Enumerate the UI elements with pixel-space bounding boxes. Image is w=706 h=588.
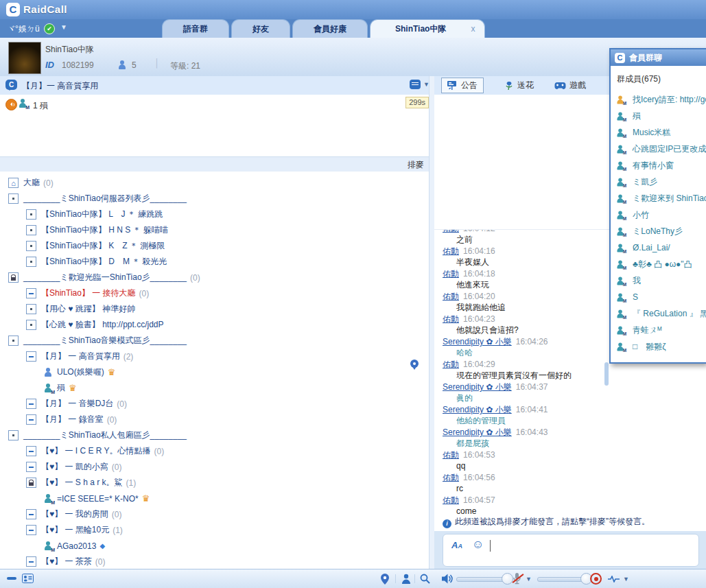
tree-row[interactable]: ________ミShinTiao伺服器列表彡________ [0,191,429,207]
tree-row[interactable]: ⌂大廳(0) [0,175,429,191]
tree-row[interactable]: 【月】 一 音樂DJ台(0) [0,396,429,412]
message-username-link[interactable]: 佑動 [443,314,459,324]
message-username-link[interactable]: 佑動 [443,246,459,256]
tree-row[interactable]: 【♥】 一 黑輪10元(1) [0,522,429,538]
speaking-member-name[interactable]: 1 殞 [33,100,48,112]
collapse-icon[interactable] [26,446,36,456]
message-username-link[interactable]: 佑動 [443,360,459,369]
collapse-tree-button[interactable] [7,577,16,580]
tree-row[interactable]: 【ShinTiao】 一 接待大廳(0) [0,285,429,301]
tree-row[interactable]: 【♥】 一 茶茶(0) [0,554,429,569]
member-list-icon[interactable] [401,574,411,584]
tab-shintiao-group[interactable]: ShinTiao中隊 x [370,19,485,38]
message-username-link[interactable]: 佑動 [443,473,459,482]
member-item[interactable]: M♣彰♣ 凸 ●ω●"凸 [611,256,706,272]
voice-wave-icon[interactable] [608,576,620,583]
tree-row[interactable]: ULO(娛樂喔)♛ [0,364,429,380]
tree-row[interactable]: 【♥】 一 我的房間(0) [0,506,429,522]
close-tab-icon[interactable]: x [471,20,475,38]
voice-options-dropdown-icon[interactable]: ▼ [623,576,629,583]
member-item[interactable]: M小竹 [611,207,706,223]
tree-row[interactable]: MAGao2013◆ [0,538,429,554]
font-settings-icon[interactable]: AA [451,540,462,550]
message-username-link[interactable]: 佑動 [443,495,459,505]
tree-row[interactable]: ________ミShinTiao私人包廂區彡________ [0,427,429,443]
announcement-button[interactable]: 公告 [441,78,484,93]
tree-row[interactable]: 【ShinTiao中隊】 K Z ＊ 測極限 [0,238,429,254]
locate-channel-icon[interactable] [381,574,389,585]
lock-icon[interactable] [8,272,19,283]
collapse-icon[interactable] [26,288,36,298]
member-item[interactable]: Mミ凱彡 [611,174,706,190]
tree-row[interactable]: 【♥】 一 凱的小窩(0) [0,459,429,475]
user-nickname[interactable]: ヾ°娛ㄉü [7,23,40,35]
message-username-link[interactable]: Serendipity ✿ 小樂 [443,405,512,414]
member-item[interactable]: M找Icery請至: http://goo... [611,91,706,108]
tree-row[interactable]: 【ShinTiao中隊】 L J ＊ 練跳跳 [0,207,429,222]
channel-node-icon[interactable] [26,209,36,220]
tab-friends[interactable]: 好友 [231,19,290,38]
tree-row[interactable]: ________ミ歡迎光臨一ShinTiao彡________(0) [0,270,429,285]
tree-row[interactable]: 【♥】 一 S h a r k。鯊(1) [0,475,429,491]
chat-mode-icon[interactable] [410,80,421,89]
message-username-link[interactable]: Serendipity ✿ 小樂 [443,427,512,437]
member-item[interactable]: M我 [611,272,706,289]
tree-row[interactable]: 【月】 一 錄音室(0) [0,412,429,427]
emoji-icon[interactable]: ☺ [472,538,484,552]
collapse-icon[interactable] [26,351,36,362]
member-item[interactable]: MØ.Lai_Lai/ [611,239,706,256]
tree-row[interactable]: 【用心 ♥ 跳躍】 神準好帥 [0,301,429,317]
games-button[interactable]: 遊戲 [554,80,586,91]
member-item[interactable]: M□ 雛雛ζ [611,338,706,355]
contact-card-icon[interactable] [22,574,34,583]
tree-row[interactable]: 【ShinTiao中隊】 D M ＊ 殺光光 [0,254,429,270]
collapse-icon[interactable] [26,399,36,409]
member-item[interactable]: MMusic米糕 [611,124,706,141]
mic-volume-slider[interactable] [537,577,587,582]
speaker-volume-slider[interactable] [456,577,508,582]
collapse-icon[interactable] [26,414,36,425]
channel-node-icon[interactable] [8,430,19,440]
home-icon[interactable]: ⌂ [8,178,19,188]
message-username-link[interactable]: 佑動 [443,230,459,233]
member-item[interactable]: MミLoNeThy彡 [611,223,706,239]
channel-node-icon[interactable] [26,320,36,330]
status-dropdown-icon[interactable]: ▼ [60,23,67,31]
search-icon[interactable] [420,574,430,584]
message-username-link[interactable]: Serendipity ✿ 小樂 [443,337,512,346]
speaker-volume-knob[interactable] [502,573,513,585]
microphone-muted-icon[interactable] [513,572,521,585]
chat-input[interactable]: AA ☺ [443,534,699,567]
tree-row[interactable]: M殞♛ [0,380,429,396]
tab-voice-groups[interactable]: 語音群 [162,19,229,38]
record-button[interactable] [590,573,602,585]
tree-row[interactable]: 【ShinTiao中隊】 H N S ＊ 躲喵喵 [0,222,429,238]
channel-node-icon[interactable] [26,225,36,235]
queue-mic-button[interactable]: 排麥 [408,159,424,171]
group-avatar[interactable] [8,42,41,74]
member-panel-titlebar[interactable]: C 會員群聊 [611,49,706,66]
collapse-icon[interactable] [26,509,36,519]
lock-icon[interactable] [26,478,36,488]
send-flower-button[interactable]: 送花 [504,80,534,91]
tab-member-benefits[interactable]: 會員好康 [292,19,368,38]
collapse-icon[interactable] [26,525,36,535]
tree-row[interactable]: ________ミShinTiao音樂模式區彡________ [0,333,429,349]
message-username-link[interactable]: 佑動 [443,269,459,279]
panel-divider-scrollbar[interactable] [429,76,434,569]
message-username-link[interactable]: 佑動 [443,292,459,301]
member-item[interactable]: Mミ歡迎來到 ShinTiao... [611,190,706,207]
channel-node-icon[interactable] [8,336,19,346]
collapse-icon[interactable] [26,462,36,472]
speaker-volume-icon[interactable] [442,574,454,584]
online-status-icon[interactable]: ✔ [44,23,55,34]
member-item[interactable]: M有事情小窗 [611,157,706,174]
member-item[interactable]: MS [611,289,706,305]
member-item[interactable]: M殞 [611,108,706,124]
mic-options-dropdown-icon[interactable]: ▼ [526,576,532,583]
tree-row[interactable]: M=ICE SEELE=* K-NO*♛ [0,491,429,506]
tree-row[interactable]: 【月】 一 高音質享用(2) [0,349,429,364]
channel-node-icon[interactable] [26,257,36,267]
tree-row[interactable]: 【♥】 一 I C E R Y。心情點播(0) [0,443,429,459]
member-item[interactable]: M青蛙ㄡᴹ [611,322,706,338]
